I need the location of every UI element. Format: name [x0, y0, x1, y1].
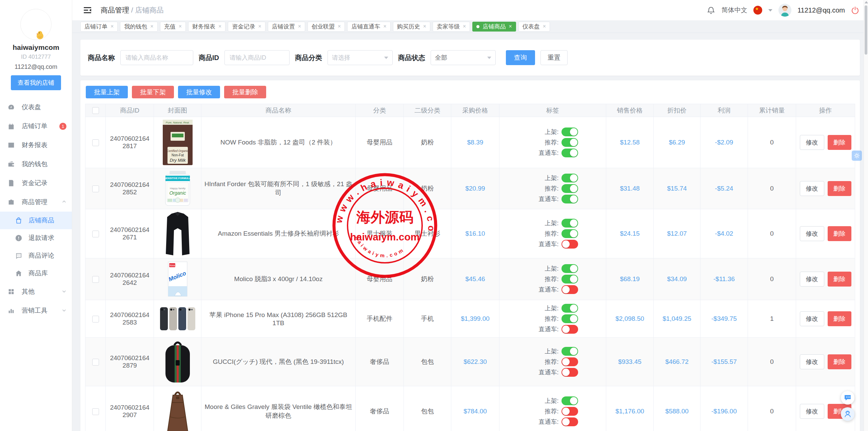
product-cover-image[interactable]: Pure, Natural, Real.Certified OrganicNon… — [154, 117, 201, 168]
tab-item[interactable]: 资金记录× — [228, 22, 265, 32]
onshelf-toggle[interactable] — [561, 264, 578, 273]
row-checkbox[interactable] — [92, 316, 99, 322]
recommend-toggle[interactable] — [561, 275, 578, 283]
category-select[interactable]: 请选择 — [328, 50, 393, 65]
product-cover-image[interactable] — [154, 338, 201, 386]
product-cover-image[interactable] — [154, 209, 201, 258]
product-id-input[interactable] — [224, 50, 290, 65]
tab-item[interactable]: 购买历史× — [393, 22, 430, 32]
reset-button[interactable]: 重置 — [540, 50, 568, 65]
through-train-toggle[interactable] — [561, 285, 578, 294]
customer-service-icon[interactable] — [841, 407, 854, 421]
tab-close-icon[interactable]: × — [111, 24, 114, 29]
edit-button[interactable]: 修改 — [800, 354, 824, 369]
through-train-toggle[interactable] — [561, 195, 578, 203]
delete-button[interactable]: 删除 — [828, 226, 851, 241]
onshelf-toggle[interactable] — [561, 128, 578, 136]
edit-button[interactable]: 修改 — [800, 226, 824, 241]
tab-close-icon[interactable]: × — [218, 24, 221, 29]
batch-button-3[interactable]: 批量修改 — [178, 86, 220, 98]
onshelf-toggle[interactable] — [561, 304, 578, 313]
delete-button[interactable]: 删除 — [828, 311, 851, 326]
tab-item[interactable]: 店铺直通车× — [347, 22, 390, 32]
sidebar-item-warehouse[interactable]: 商品库 — [0, 265, 72, 282]
product-cover-image[interactable]: SENSITIVE FORMULAHappy familyOrganic — [154, 168, 201, 209]
sidebar-item-finance-report[interactable]: 财务报表 — [0, 136, 72, 155]
china-flag-icon[interactable]: ★ — [753, 6, 762, 15]
scrollbar-thumb[interactable] — [865, 5, 867, 55]
delete-button[interactable]: 删除 — [828, 272, 851, 287]
batch-button-1[interactable]: 批量上架 — [86, 86, 128, 98]
tab-item[interactable]: 财务报表× — [188, 22, 225, 32]
onshelf-toggle[interactable] — [561, 347, 578, 356]
sidebar-item-others[interactable]: 其他 — [0, 282, 72, 301]
sidebar-item-comment[interactable]: 商品评论 — [0, 247, 72, 265]
recommend-toggle[interactable] — [561, 407, 578, 416]
edit-button[interactable]: 修改 — [800, 311, 824, 326]
tab-close-icon[interactable]: × — [150, 24, 153, 29]
sidebar-item-refund[interactable]: 退款请求 — [0, 229, 72, 247]
tab-item[interactable]: 我的钱包× — [120, 22, 157, 32]
shop-avatar[interactable] — [20, 9, 52, 40]
onshelf-toggle[interactable] — [561, 396, 578, 405]
onshelf-toggle[interactable] — [561, 219, 578, 228]
product-cover-image[interactable] — [154, 300, 201, 338]
batch-button-2[interactable]: 批量下架 — [132, 86, 174, 98]
view-my-shop-button[interactable]: 查看我的店铺 — [11, 75, 61, 90]
delete-button[interactable]: 删除 — [828, 135, 851, 150]
product-name-input[interactable] — [120, 50, 193, 65]
sidebar-item-marketing[interactable]: 营销工具 — [0, 301, 72, 320]
tab-close-icon[interactable]: × — [383, 24, 386, 29]
edit-button[interactable]: 修改 — [800, 272, 824, 287]
product-cover-image[interactable] — [154, 386, 201, 431]
through-train-toggle[interactable] — [561, 240, 578, 249]
scroll-up-arrow-icon[interactable] — [865, 1, 868, 3]
breadcrumb-section[interactable]: 商品管理 — [101, 6, 129, 14]
tab-close-icon[interactable]: × — [423, 24, 426, 29]
tab-close-icon[interactable]: × — [338, 24, 341, 29]
row-checkbox[interactable] — [92, 185, 99, 192]
row-checkbox[interactable] — [92, 359, 99, 366]
chat-bubble-icon[interactable] — [841, 391, 854, 405]
edit-button[interactable]: 修改 — [800, 404, 824, 419]
sidebar-item-orders[interactable]: 店铺订单1 — [0, 117, 72, 136]
delete-button[interactable]: 删除 — [828, 181, 851, 196]
row-checkbox[interactable] — [92, 276, 99, 283]
tab-close-icon[interactable]: × — [543, 24, 546, 29]
menu-fold-icon[interactable] — [83, 6, 92, 15]
recommend-toggle[interactable] — [561, 314, 578, 323]
header-user-email[interactable]: 11212@qq.com — [797, 6, 845, 14]
tab-close-icon[interactable]: × — [258, 24, 261, 29]
sidebar-item-wallet[interactable]: 我的钱包 — [0, 155, 72, 174]
tab-close-icon[interactable]: × — [463, 24, 466, 29]
row-checkbox[interactable] — [92, 408, 99, 415]
through-train-toggle[interactable] — [561, 368, 578, 377]
edit-button[interactable]: 修改 — [800, 135, 824, 150]
status-select[interactable]: 全部 — [431, 50, 496, 65]
sidebar-item-product-manage[interactable]: 商品管理 — [0, 193, 72, 212]
tab-close-icon[interactable]: × — [509, 24, 512, 29]
recommend-toggle[interactable] — [561, 229, 578, 238]
language-selector[interactable]: 简体中文 — [722, 6, 747, 15]
tab-item[interactable]: 充值× — [160, 22, 186, 32]
tab-active[interactable]: 店铺商品× — [472, 22, 516, 32]
batch-button-4[interactable]: 批量删除 — [224, 86, 266, 98]
onshelf-toggle[interactable] — [561, 174, 578, 182]
through-train-toggle[interactable] — [561, 417, 578, 426]
recommend-toggle[interactable] — [561, 357, 578, 366]
edit-button[interactable]: 修改 — [800, 181, 824, 196]
row-checkbox[interactable] — [92, 231, 99, 237]
sidebar-item-funds-record[interactable]: 资金记录 — [0, 174, 72, 193]
sidebar-item-shop-goods[interactable]: 店铺商品 — [0, 212, 72, 229]
recommend-toggle[interactable] — [561, 184, 578, 193]
product-cover-image[interactable]: NovaMolico — [154, 258, 201, 300]
search-button[interactable]: 查询 — [506, 50, 535, 65]
user-avatar[interactable] — [778, 4, 791, 17]
tab-close-icon[interactable]: × — [298, 24, 301, 29]
tab-item[interactable]: 仪表盘× — [518, 22, 550, 32]
sidebar-item-dashboard[interactable]: 仪表盘 — [0, 98, 72, 117]
tab-close-icon[interactable]: × — [179, 24, 182, 29]
tab-item[interactable]: 卖家等级× — [433, 22, 470, 32]
gear-icon[interactable] — [852, 151, 862, 161]
row-checkbox[interactable] — [92, 139, 99, 146]
